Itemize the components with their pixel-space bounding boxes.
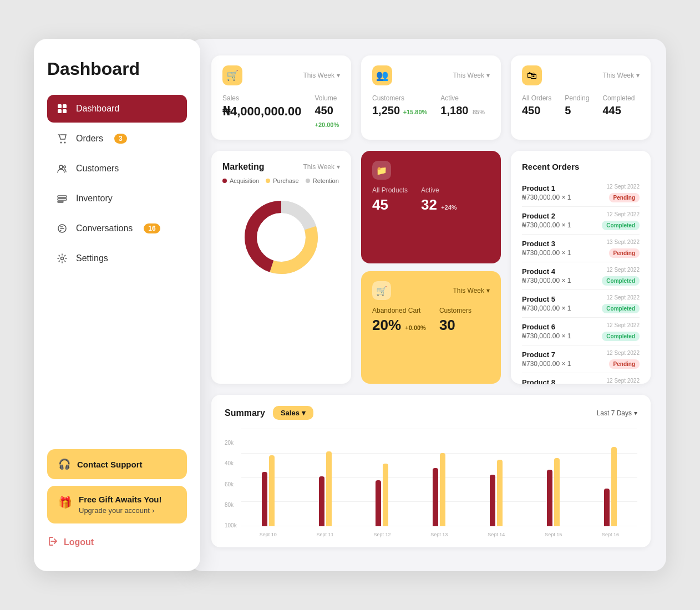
- order-date: 13 Sept 2022: [607, 239, 640, 245]
- abandoned-value: 20% +0.00%: [372, 317, 426, 334]
- svg-rect-10: [58, 201, 63, 202]
- products-column: 📁 All Products 45 Active 32 +2: [361, 151, 501, 384]
- bar-pair: [469, 460, 523, 526]
- sidebar-conversations-label: Conversations: [76, 223, 133, 233]
- order-row[interactable]: Product 2 ₦730,000.00 × 1 12 Sept 2022 C…: [522, 207, 640, 235]
- sidebar-bottom: 🎧 Contact Support 🎁 Free Gift Awaits You…: [47, 449, 187, 555]
- svg-point-6: [59, 165, 63, 169]
- bar-red: [262, 472, 267, 526]
- order-row[interactable]: Product 5 ₦730,000.00 × 1 12 Sept 2022 C…: [522, 290, 640, 318]
- sidebar-item-orders[interactable]: Orders 3: [47, 125, 187, 152]
- sidebar-orders-label: Orders: [76, 134, 103, 144]
- gift-sub: Upgrade your account ›: [79, 506, 161, 515]
- customers-stat-icon: 👥: [372, 65, 392, 85]
- free-gift-button[interactable]: 🎁 Free Gift Awaits You! Upgrade your acc…: [47, 486, 187, 523]
- gift-title: Free Gift Awaits You!: [79, 495, 161, 504]
- bar-pair: [241, 455, 295, 526]
- bar-group: Sept 16: [584, 429, 637, 526]
- order-info: Product 1 ₦730,000.00 × 1: [522, 184, 571, 201]
- chart-bars: Sept 10 Sept 11 Sept 12 Sept 13 Sept 14 …: [241, 429, 637, 540]
- marketing-legend: Acquisition Purchase Retention: [222, 177, 340, 184]
- sales-icon: 🛒: [222, 65, 242, 85]
- chart-y-labels: 100k 80k 60k 40k 20k: [225, 440, 237, 540]
- sales-filter-badge[interactable]: Sales ▾: [273, 406, 313, 420]
- completed-orders-group: Completed 445: [602, 94, 635, 117]
- sales-metrics: Sales ₦4,000,000.00 Volume 450 +20.00%: [222, 94, 340, 130]
- bar-pair: [526, 458, 580, 526]
- active-value: 1,180 85%: [440, 104, 485, 117]
- order-info: Product 5 ₦730,000.00 × 1: [522, 295, 571, 312]
- sidebar: Dashboard Dashboard: [34, 39, 200, 571]
- sidebar-settings-label: Settings: [76, 253, 108, 263]
- sidebar-item-inventory[interactable]: Inventory: [47, 185, 187, 212]
- sidebar-item-customers[interactable]: Customers: [47, 155, 187, 182]
- svg-point-12: [61, 257, 64, 260]
- app-container: Dashboard Dashboard: [34, 39, 666, 571]
- logout-button[interactable]: Logout: [47, 530, 187, 555]
- cart-customers-group: Customers 30: [439, 307, 471, 334]
- bar-group: Sept 11: [298, 429, 352, 526]
- order-row[interactable]: Product 7 ₦730,000.00 × 1 12 Sept 2022 P…: [522, 345, 640, 373]
- order-amount: ₦730,000.00 × 1: [522, 360, 571, 368]
- bar-yellow: [611, 447, 617, 526]
- customers-value-group: Customers 1,250 +15.80%: [372, 94, 427, 117]
- order-row[interactable]: Product 3 ₦730,000.00 × 1 13 Sept 2022 P…: [522, 235, 640, 262]
- order-date: 12 Sept 2022: [602, 211, 640, 217]
- bar-red: [433, 468, 438, 526]
- abandoned-cart-card: 🛒 This Week ▾ Abandoned Cart 20% +0.00%: [361, 271, 501, 384]
- active-customers-group: Active 1,180 85%: [440, 94, 485, 117]
- legend-retention: Retention: [306, 177, 339, 184]
- order-right: 12 Sept 2022 Pending: [607, 350, 640, 368]
- orders-week: This Week ▾: [603, 72, 640, 79]
- cart-customers-label: Customers: [439, 307, 471, 314]
- stats-row: 🛒 This Week ▾ Sales ₦4,000,000.00 Volume: [211, 55, 651, 140]
- active-products-value: 32 +24%: [421, 196, 457, 214]
- bar-chart: 100k 80k 60k 40k 20k: [225, 429, 637, 540]
- volume-group: Volume 450 +20.00%: [315, 94, 340, 130]
- order-row[interactable]: Product 6 ₦730,000.00 × 1 12 Sept 2022 C…: [522, 318, 640, 345]
- cart-customers-value: 30: [439, 317, 471, 334]
- sales-label: Sales: [222, 94, 301, 102]
- bar-yellow: [440, 453, 445, 526]
- order-amount: ₦730,000.00 × 1: [522, 221, 571, 229]
- active-label: Active: [440, 94, 485, 102]
- completed-label: Completed: [602, 94, 635, 102]
- logout-label: Logout: [64, 537, 94, 547]
- order-date: 12 Sept 2022: [607, 378, 640, 384]
- order-right: 12 Sept 2022 Completed: [602, 267, 640, 285]
- sidebar-item-settings[interactable]: Settings: [47, 245, 187, 272]
- svg-point-7: [64, 166, 66, 168]
- all-products-label: All Products: [372, 186, 408, 194]
- bar-pair: [584, 447, 637, 526]
- svg-rect-0: [58, 104, 62, 108]
- sidebar-item-dashboard[interactable]: Dashboard: [47, 95, 187, 123]
- orders-badge: 3: [114, 134, 127, 144]
- marketing-title: Marketing: [222, 162, 265, 172]
- order-date: 12 Sept 2022: [602, 267, 640, 273]
- contact-support-button[interactable]: 🎧 Contact Support: [47, 449, 187, 479]
- sidebar-title: Dashboard: [47, 59, 187, 79]
- bar-pair: [412, 453, 466, 526]
- recent-orders-title: Recent Orders: [522, 162, 640, 171]
- order-row[interactable]: Product 4 ₦730,000.00 × 1 12 Sept 2022 C…: [522, 262, 640, 290]
- orders-list: Product 1 ₦730,000.00 × 1 12 Sept 2022 P…: [522, 179, 640, 384]
- order-row[interactable]: Product 1 ₦730,000.00 × 1 12 Sept 2022 P…: [522, 179, 640, 207]
- pending-label: Pending: [565, 94, 589, 102]
- y-label-100k: 100k: [225, 522, 237, 528]
- customers-label: Customers: [372, 94, 427, 102]
- order-info: Product 2 ₦730,000.00 × 1: [522, 212, 571, 229]
- sidebar-item-conversations[interactable]: Conversations 16: [47, 215, 187, 242]
- marketing-card: Marketing This Week ▾ Acquisition Purcha…: [211, 151, 351, 384]
- days-select[interactable]: Last 7 Days ▾: [597, 409, 637, 417]
- pending-orders-group: Pending 5: [565, 94, 589, 117]
- order-row[interactable]: Product 8 ₦730,000.00 × 1 12 Sept 2022 P…: [522, 373, 640, 384]
- order-info: Product 4 ₦730,000.00 × 1: [522, 267, 571, 284]
- summary-title: Summary: [225, 408, 265, 418]
- order-right: 12 Sept 2022 Completed: [602, 294, 640, 313]
- order-status: Pending: [609, 359, 640, 369]
- order-name: Product 6: [522, 323, 571, 331]
- inventory-icon: [56, 192, 68, 205]
- active-products-group: Active 32 +24%: [421, 186, 457, 214]
- middle-row: Marketing This Week ▾ Acquisition Purcha…: [211, 151, 651, 384]
- customers-value: 1,250 +15.80%: [372, 104, 427, 117]
